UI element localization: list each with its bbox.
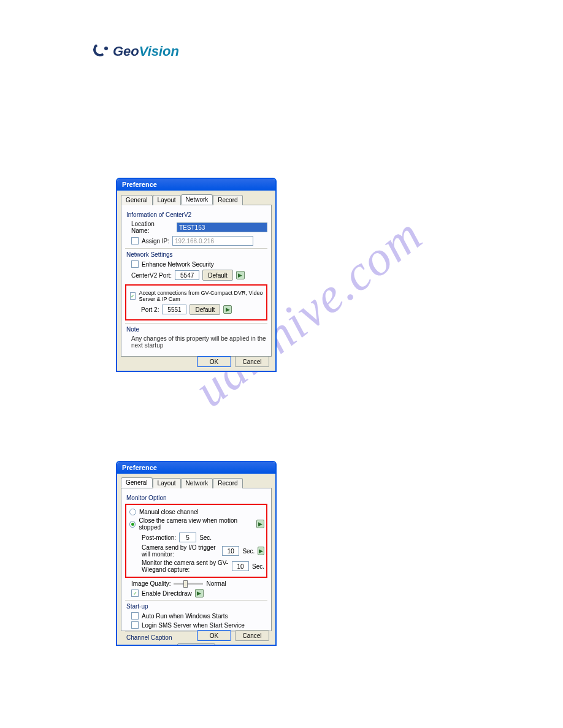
default-button-port2[interactable]: Default bbox=[190, 304, 220, 315]
font-color-label: Font and Color: bbox=[131, 646, 174, 646]
settings-button[interactable]: Settings... bbox=[177, 643, 215, 646]
logo-text: GeoVision bbox=[113, 44, 179, 59]
image-quality-slider[interactable] bbox=[174, 583, 203, 585]
centerv2-port-input[interactable] bbox=[175, 270, 199, 280]
tabs: General Layout Network Record bbox=[117, 191, 275, 205]
io-trigger-label: Camera send by I/O trigger will monitor: bbox=[142, 544, 219, 558]
ddraw-arrow-icon[interactable]: ▶ bbox=[195, 589, 204, 597]
ok-button[interactable]: OK bbox=[197, 630, 231, 641]
ok-button[interactable]: OK bbox=[197, 356, 231, 367]
io-trigger-sec: Sec. bbox=[242, 548, 255, 555]
tab-general[interactable]: General bbox=[121, 195, 153, 205]
autorun-checkbox[interactable] bbox=[131, 612, 139, 620]
startup-header: Start-up bbox=[126, 603, 267, 610]
logo-geo: Geo bbox=[113, 44, 139, 59]
logo-vision: Vision bbox=[139, 44, 179, 59]
enable-directdraw-label: Enable Directdraw bbox=[142, 590, 192, 597]
location-name-input[interactable] bbox=[177, 222, 267, 232]
manual-close-radio[interactable] bbox=[129, 509, 136, 515]
accept-connections-checkbox[interactable]: ✓ bbox=[130, 292, 136, 300]
dialog-title: Preference bbox=[117, 462, 275, 474]
default-button-port1[interactable]: Default bbox=[202, 270, 233, 281]
tab-body: Information of CenterV2 Location Name: A… bbox=[121, 205, 272, 357]
tab-layout[interactable]: Layout bbox=[153, 478, 181, 488]
assign-ip-input[interactable] bbox=[172, 236, 253, 246]
geovision-logo-icon bbox=[93, 43, 110, 60]
logo: GeoVision bbox=[93, 43, 179, 60]
dialog-title: Preference bbox=[117, 179, 275, 191]
tab-record[interactable]: Record bbox=[213, 195, 242, 205]
assign-ip-checkbox[interactable] bbox=[131, 237, 139, 245]
accept-connections-label: Accept connections from GV-Compact DVR, … bbox=[139, 290, 264, 302]
port2-label: Port 2: bbox=[141, 306, 159, 313]
port2-arrow-icon[interactable]: ▶ bbox=[223, 305, 232, 314]
tab-body: Monitor Option Manual close channel Clos… bbox=[121, 488, 272, 631]
cancel-button[interactable]: Cancel bbox=[235, 356, 269, 367]
io-trigger-input[interactable] bbox=[222, 546, 239, 556]
wiegand-input[interactable] bbox=[232, 561, 249, 571]
network-settings-header: Network Settings bbox=[126, 251, 267, 258]
postmotion-sec: Sec. bbox=[199, 534, 212, 541]
motion-arrow-icon[interactable]: ▶ bbox=[256, 520, 264, 528]
note-text: Any changes of this property will be app… bbox=[131, 335, 267, 349]
postmotion-input[interactable] bbox=[179, 533, 196, 542]
postmotion-label: Post-motion: bbox=[142, 534, 176, 541]
enable-directdraw-checkbox[interactable]: ✓ bbox=[131, 590, 139, 597]
wiegand-label: Monitor the camera sent by GV-Wiegand ca… bbox=[142, 559, 229, 573]
image-quality-level: Normal bbox=[206, 580, 226, 587]
port2-input[interactable] bbox=[162, 305, 186, 314]
enhance-security-checkbox[interactable] bbox=[131, 260, 139, 268]
info-group-header: Information of CenterV2 bbox=[126, 211, 267, 218]
enhance-security-label: Enhance Network Security bbox=[142, 261, 214, 268]
highlight-box: Manual close channel Close the camera vi… bbox=[125, 504, 267, 578]
location-name-label: Location Name: bbox=[131, 221, 174, 234]
manual-close-label: Manual close channel bbox=[139, 509, 199, 515]
tabs: General Layout Network Record bbox=[117, 474, 275, 488]
note-header: Note bbox=[126, 326, 267, 333]
tab-network[interactable]: Network bbox=[181, 478, 213, 488]
port-arrow-icon[interactable]: ▶ bbox=[236, 271, 245, 279]
login-sms-label: Login SMS Server when Start Service bbox=[142, 622, 245, 629]
monitor-option-header: Monitor Option bbox=[126, 495, 267, 501]
preference-dialog-network: Preference General Layout Network Record… bbox=[116, 178, 277, 372]
preference-dialog-general: Preference General Layout Network Record… bbox=[116, 461, 277, 646]
highlight-box: ✓ Accept connections from GV-Compact DVR… bbox=[125, 284, 267, 320]
image-quality-label: Image Quality: bbox=[131, 580, 170, 587]
io-arrow-icon[interactable]: ▶ bbox=[258, 547, 264, 555]
tab-layout[interactable]: Layout bbox=[153, 195, 181, 205]
autorun-label: Auto Run when Windows Starts bbox=[142, 613, 228, 620]
cancel-button[interactable]: Cancel bbox=[235, 630, 269, 641]
auto-close-label: Close the camera view when motion stoppe… bbox=[139, 517, 253, 531]
auto-close-radio[interactable] bbox=[129, 521, 136, 528]
wiegand-sec: Sec. bbox=[252, 563, 264, 570]
tab-general[interactable]: General bbox=[121, 477, 153, 488]
centerv2-port-label: CenterV2 Port: bbox=[131, 272, 172, 279]
tab-network[interactable]: Network bbox=[181, 194, 213, 205]
assign-ip-label: Assign IP: bbox=[142, 238, 169, 245]
tab-record[interactable]: Record bbox=[213, 478, 242, 488]
login-sms-checkbox[interactable] bbox=[131, 621, 139, 629]
